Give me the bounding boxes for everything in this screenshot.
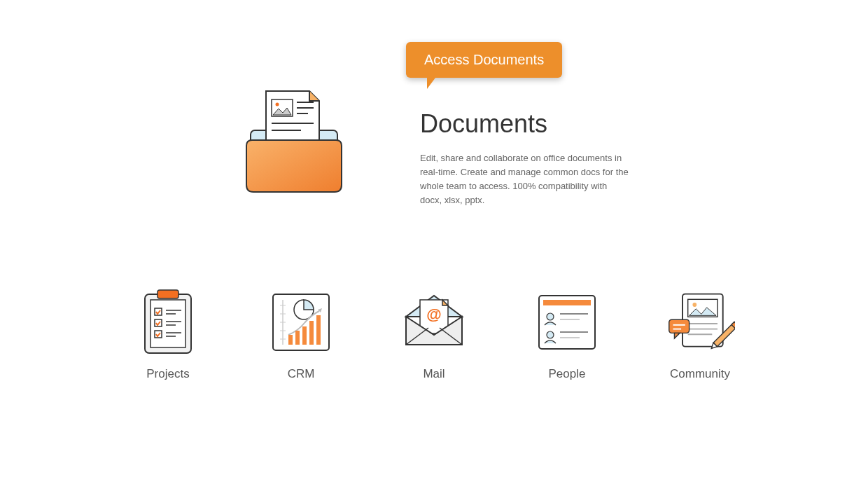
svg-rect-14 — [155, 319, 162, 326]
hero-title: Documents — [420, 109, 644, 139]
community-icon — [665, 287, 735, 357]
module-label: Community — [670, 367, 730, 381]
modules-row: Projects — [0, 287, 868, 381]
module-projects[interactable]: Projects — [126, 287, 210, 381]
documents-folder-icon — [231, 84, 357, 213]
hero-text-block: Access Documents Documents Edit, share a… — [420, 42, 644, 213]
svg-text:@: @ — [426, 305, 441, 323]
access-documents-callout[interactable]: Access Documents — [406, 42, 562, 78]
svg-rect-36 — [543, 300, 591, 305]
svg-rect-11 — [155, 308, 162, 315]
module-label: People — [549, 367, 586, 381]
svg-point-45 — [692, 303, 696, 307]
hero-description: Edit, share and collaborate on office do… — [420, 151, 630, 208]
hero-section: Access Documents Documents Edit, share a… — [0, 42, 868, 213]
svg-rect-31 — [316, 315, 321, 345]
people-card-icon — [532, 287, 602, 357]
projects-clipboard-icon — [133, 287, 203, 357]
svg-point-37 — [547, 313, 554, 320]
module-label: Mail — [423, 367, 444, 381]
module-label: Projects — [146, 367, 189, 381]
module-community[interactable]: Community — [658, 287, 742, 381]
svg-point-40 — [547, 331, 554, 338]
svg-rect-27 — [288, 335, 293, 345]
svg-rect-29 — [302, 326, 307, 345]
module-crm[interactable]: CRM — [259, 287, 343, 381]
svg-rect-28 — [295, 331, 300, 345]
callout-label: Access Documents — [424, 52, 544, 67]
svg-rect-17 — [155, 331, 162, 338]
svg-rect-30 — [309, 321, 314, 345]
crm-chart-icon — [266, 287, 336, 357]
svg-point-2 — [276, 103, 279, 106]
module-mail[interactable]: @ Mail — [392, 287, 476, 381]
module-label: CRM — [288, 367, 315, 381]
documents-hero-icon-wrap — [224, 42, 364, 213]
mail-envelope-icon: @ — [399, 287, 469, 357]
svg-rect-49 — [669, 319, 690, 333]
module-people[interactable]: People — [525, 287, 609, 381]
svg-rect-10 — [158, 290, 178, 298]
